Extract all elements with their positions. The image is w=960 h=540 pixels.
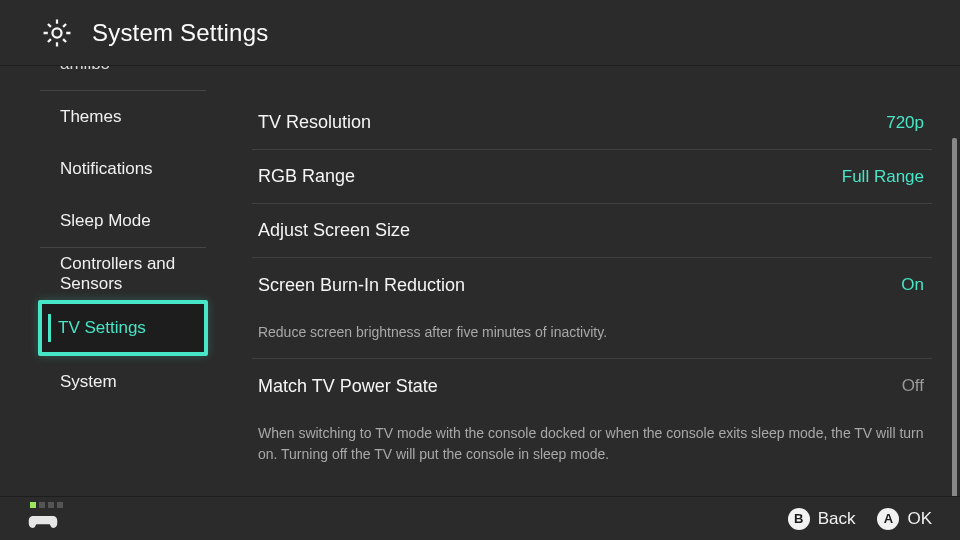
footer: B Back A OK: [0, 496, 960, 540]
row-label: Match TV Power State: [258, 376, 438, 397]
row-description: Reduce screen brightness after five minu…: [252, 312, 932, 359]
hint-ok[interactable]: A OK: [877, 508, 932, 530]
hint-back[interactable]: B Back: [788, 508, 856, 530]
scrollbar-thumb[interactable]: [952, 138, 957, 496]
a-button-icon: A: [877, 508, 899, 530]
sidebar-item-controllers-and-sensors[interactable]: Controllers and Sensors: [40, 248, 206, 300]
battery-indicator: [30, 502, 63, 508]
sidebar-item-sleep-mode[interactable]: Sleep Mode: [40, 195, 206, 247]
b-button-icon: B: [788, 508, 810, 530]
hint-label: Back: [818, 509, 856, 529]
sidebar-item-notifications[interactable]: Notifications: [40, 143, 206, 195]
row-description: When switching to TV mode with the conso…: [252, 413, 932, 480]
row-tv-resolution[interactable]: TV Resolution 720p: [252, 96, 932, 150]
sidebar: amiibo Themes Notifications Sleep Mode C…: [0, 66, 224, 496]
row-label: Adjust Screen Size: [258, 220, 410, 241]
row-screen-burn-in[interactable]: Screen Burn-In Reduction On: [252, 258, 932, 312]
row-value: On: [901, 275, 924, 295]
gear-icon: [40, 16, 74, 50]
row-rgb-range[interactable]: RGB Range Full Range: [252, 150, 932, 204]
settings-panel: TV Resolution 720p RGB Range Full Range …: [224, 66, 960, 496]
page-title: System Settings: [92, 19, 268, 47]
sidebar-item-tv-settings[interactable]: TV Settings: [38, 300, 208, 356]
sidebar-item-themes[interactable]: Themes: [40, 91, 206, 143]
controller-icon: [28, 512, 58, 536]
hint-label: OK: [907, 509, 932, 529]
row-label: RGB Range: [258, 166, 355, 187]
controller-status: [28, 502, 63, 536]
sidebar-item-system[interactable]: System: [40, 356, 206, 408]
row-value: Off: [902, 376, 924, 396]
row-adjust-screen-size[interactable]: Adjust Screen Size: [252, 204, 932, 258]
sidebar-item-amiibo[interactable]: amiibo: [40, 66, 206, 90]
row-match-tv-power-state[interactable]: Match TV Power State Off: [252, 359, 932, 413]
row-value: 720p: [886, 113, 924, 133]
row-label: Screen Burn-In Reduction: [258, 275, 465, 296]
header: System Settings: [0, 0, 960, 66]
row-value: Full Range: [842, 167, 924, 187]
svg-point-0: [52, 28, 61, 37]
row-label: TV Resolution: [258, 112, 371, 133]
